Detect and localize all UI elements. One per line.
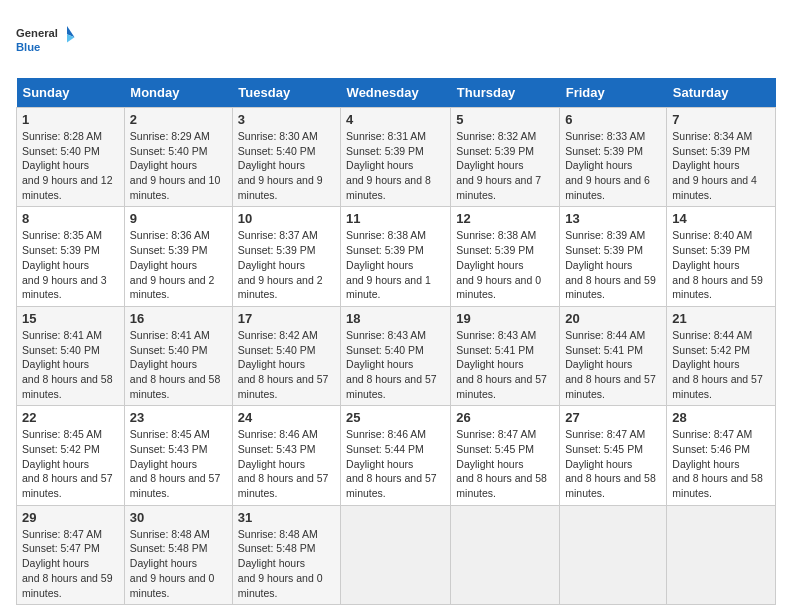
day-info: Sunrise: 8:43 AMSunset: 5:41 PMDaylight … xyxy=(456,329,547,400)
day-info: Sunrise: 8:41 AMSunset: 5:40 PMDaylight … xyxy=(130,329,221,400)
day-number: 10 xyxy=(238,211,335,226)
calendar-day-cell: 12 Sunrise: 8:38 AMSunset: 5:39 PMDaylig… xyxy=(451,207,560,306)
day-number: 7 xyxy=(672,112,770,127)
day-info: Sunrise: 8:37 AMSunset: 5:39 PMDaylight … xyxy=(238,229,323,300)
calendar-day-cell: 18 Sunrise: 8:43 AMSunset: 5:40 PMDaylig… xyxy=(341,306,451,405)
calendar-day-cell: 24 Sunrise: 8:46 AMSunset: 5:43 PMDaylig… xyxy=(232,406,340,505)
logo-svg: General Blue xyxy=(16,16,76,66)
calendar-day-cell: 6 Sunrise: 8:33 AMSunset: 5:39 PMDayligh… xyxy=(560,108,667,207)
empty-cell xyxy=(451,505,560,604)
day-of-week-header: Wednesday xyxy=(341,78,451,108)
calendar-day-cell: 10 Sunrise: 8:37 AMSunset: 5:39 PMDaylig… xyxy=(232,207,340,306)
day-info: Sunrise: 8:44 AMSunset: 5:41 PMDaylight … xyxy=(565,329,656,400)
calendar-day-cell: 8 Sunrise: 8:35 AMSunset: 5:39 PMDayligh… xyxy=(17,207,125,306)
calendar-day-cell: 5 Sunrise: 8:32 AMSunset: 5:39 PMDayligh… xyxy=(451,108,560,207)
day-number: 19 xyxy=(456,311,554,326)
day-number: 20 xyxy=(565,311,661,326)
day-number: 14 xyxy=(672,211,770,226)
day-info: Sunrise: 8:38 AMSunset: 5:39 PMDaylight … xyxy=(456,229,541,300)
calendar-day-cell: 30 Sunrise: 8:48 AMSunset: 5:48 PMDaylig… xyxy=(124,505,232,604)
day-info: Sunrise: 8:47 AMSunset: 5:45 PMDaylight … xyxy=(456,428,547,499)
day-number: 8 xyxy=(22,211,119,226)
day-info: Sunrise: 8:44 AMSunset: 5:42 PMDaylight … xyxy=(672,329,763,400)
calendar-day-cell: 29 Sunrise: 8:47 AMSunset: 5:47 PMDaylig… xyxy=(17,505,125,604)
day-info: Sunrise: 8:48 AMSunset: 5:48 PMDaylight … xyxy=(238,528,323,599)
calendar-week-row: 1 Sunrise: 8:28 AMSunset: 5:40 PMDayligh… xyxy=(17,108,776,207)
calendar-day-cell: 11 Sunrise: 8:38 AMSunset: 5:39 PMDaylig… xyxy=(341,207,451,306)
day-number: 11 xyxy=(346,211,445,226)
calendar-week-row: 22 Sunrise: 8:45 AMSunset: 5:42 PMDaylig… xyxy=(17,406,776,505)
day-info: Sunrise: 8:48 AMSunset: 5:48 PMDaylight … xyxy=(130,528,215,599)
day-of-week-header: Thursday xyxy=(451,78,560,108)
day-info: Sunrise: 8:46 AMSunset: 5:44 PMDaylight … xyxy=(346,428,437,499)
day-number: 3 xyxy=(238,112,335,127)
calendar-day-cell: 22 Sunrise: 8:45 AMSunset: 5:42 PMDaylig… xyxy=(17,406,125,505)
day-info: Sunrise: 8:39 AMSunset: 5:39 PMDaylight … xyxy=(565,229,656,300)
day-number: 4 xyxy=(346,112,445,127)
calendar-week-row: 15 Sunrise: 8:41 AMSunset: 5:40 PMDaylig… xyxy=(17,306,776,405)
calendar-day-cell: 21 Sunrise: 8:44 AMSunset: 5:42 PMDaylig… xyxy=(667,306,776,405)
day-info: Sunrise: 8:47 AMSunset: 5:47 PMDaylight … xyxy=(22,528,113,599)
day-number: 22 xyxy=(22,410,119,425)
day-info: Sunrise: 8:45 AMSunset: 5:43 PMDaylight … xyxy=(130,428,221,499)
svg-text:Blue: Blue xyxy=(16,41,40,53)
calendar-day-cell: 7 Sunrise: 8:34 AMSunset: 5:39 PMDayligh… xyxy=(667,108,776,207)
calendar-day-cell: 31 Sunrise: 8:48 AMSunset: 5:48 PMDaylig… xyxy=(232,505,340,604)
day-of-week-header: Tuesday xyxy=(232,78,340,108)
day-number: 5 xyxy=(456,112,554,127)
calendar-day-cell: 25 Sunrise: 8:46 AMSunset: 5:44 PMDaylig… xyxy=(341,406,451,505)
page-header: General Blue xyxy=(16,16,776,66)
day-info: Sunrise: 8:46 AMSunset: 5:43 PMDaylight … xyxy=(238,428,329,499)
calendar-day-cell: 3 Sunrise: 8:30 AMSunset: 5:40 PMDayligh… xyxy=(232,108,340,207)
day-number: 21 xyxy=(672,311,770,326)
day-number: 31 xyxy=(238,510,335,525)
empty-cell xyxy=(667,505,776,604)
day-number: 13 xyxy=(565,211,661,226)
day-info: Sunrise: 8:41 AMSunset: 5:40 PMDaylight … xyxy=(22,329,113,400)
day-of-week-header: Sunday xyxy=(17,78,125,108)
day-info: Sunrise: 8:29 AMSunset: 5:40 PMDaylight … xyxy=(130,130,221,201)
day-info: Sunrise: 8:45 AMSunset: 5:42 PMDaylight … xyxy=(22,428,113,499)
day-of-week-header: Monday xyxy=(124,78,232,108)
day-info: Sunrise: 8:38 AMSunset: 5:39 PMDaylight … xyxy=(346,229,431,300)
day-of-week-header: Friday xyxy=(560,78,667,108)
day-info: Sunrise: 8:42 AMSunset: 5:40 PMDaylight … xyxy=(238,329,329,400)
day-info: Sunrise: 8:31 AMSunset: 5:39 PMDaylight … xyxy=(346,130,431,201)
day-number: 16 xyxy=(130,311,227,326)
logo: General Blue xyxy=(16,16,76,66)
day-info: Sunrise: 8:47 AMSunset: 5:46 PMDaylight … xyxy=(672,428,763,499)
day-number: 9 xyxy=(130,211,227,226)
day-info: Sunrise: 8:28 AMSunset: 5:40 PMDaylight … xyxy=(22,130,113,201)
calendar-day-cell: 1 Sunrise: 8:28 AMSunset: 5:40 PMDayligh… xyxy=(17,108,125,207)
calendar-day-cell: 15 Sunrise: 8:41 AMSunset: 5:40 PMDaylig… xyxy=(17,306,125,405)
calendar-week-row: 8 Sunrise: 8:35 AMSunset: 5:39 PMDayligh… xyxy=(17,207,776,306)
calendar-day-cell: 20 Sunrise: 8:44 AMSunset: 5:41 PMDaylig… xyxy=(560,306,667,405)
day-info: Sunrise: 8:47 AMSunset: 5:45 PMDaylight … xyxy=(565,428,656,499)
day-number: 18 xyxy=(346,311,445,326)
calendar-table: SundayMondayTuesdayWednesdayThursdayFrid… xyxy=(16,78,776,605)
day-info: Sunrise: 8:34 AMSunset: 5:39 PMDaylight … xyxy=(672,130,757,201)
day-info: Sunrise: 8:43 AMSunset: 5:40 PMDaylight … xyxy=(346,329,437,400)
day-info: Sunrise: 8:32 AMSunset: 5:39 PMDaylight … xyxy=(456,130,541,201)
day-info: Sunrise: 8:33 AMSunset: 5:39 PMDaylight … xyxy=(565,130,650,201)
calendar-day-cell: 27 Sunrise: 8:47 AMSunset: 5:45 PMDaylig… xyxy=(560,406,667,505)
day-number: 27 xyxy=(565,410,661,425)
day-number: 1 xyxy=(22,112,119,127)
calendar-day-cell: 17 Sunrise: 8:42 AMSunset: 5:40 PMDaylig… xyxy=(232,306,340,405)
calendar-day-cell: 9 Sunrise: 8:36 AMSunset: 5:39 PMDayligh… xyxy=(124,207,232,306)
day-info: Sunrise: 8:30 AMSunset: 5:40 PMDaylight … xyxy=(238,130,323,201)
day-number: 6 xyxy=(565,112,661,127)
day-number: 24 xyxy=(238,410,335,425)
day-number: 15 xyxy=(22,311,119,326)
calendar-day-cell: 4 Sunrise: 8:31 AMSunset: 5:39 PMDayligh… xyxy=(341,108,451,207)
calendar-day-cell: 2 Sunrise: 8:29 AMSunset: 5:40 PMDayligh… xyxy=(124,108,232,207)
svg-text:General: General xyxy=(16,27,58,39)
day-number: 23 xyxy=(130,410,227,425)
day-number: 25 xyxy=(346,410,445,425)
empty-cell xyxy=(341,505,451,604)
calendar-day-cell: 26 Sunrise: 8:47 AMSunset: 5:45 PMDaylig… xyxy=(451,406,560,505)
day-number: 28 xyxy=(672,410,770,425)
day-number: 30 xyxy=(130,510,227,525)
day-of-week-header: Saturday xyxy=(667,78,776,108)
calendar-day-cell: 28 Sunrise: 8:47 AMSunset: 5:46 PMDaylig… xyxy=(667,406,776,505)
